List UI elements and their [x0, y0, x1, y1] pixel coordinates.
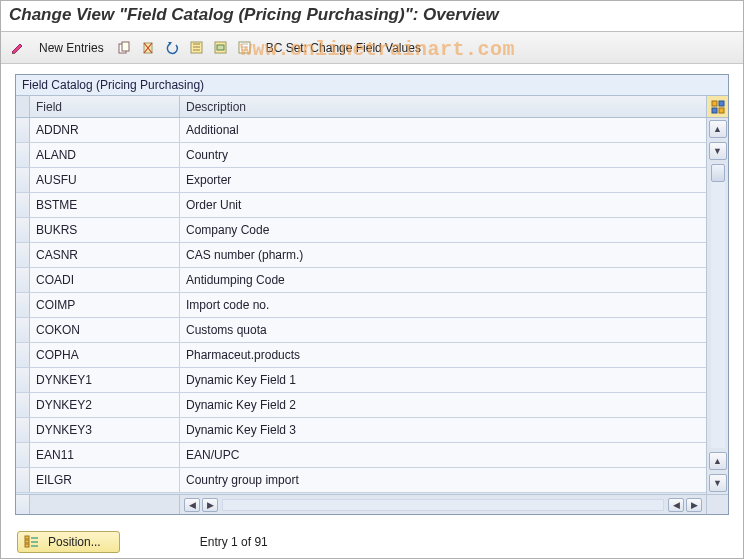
table-rows-area: ADDNRAdditional ALANDCountry AUSFUExport…	[16, 118, 706, 494]
svg-rect-14	[25, 544, 29, 547]
table-row[interactable]: EAN11EAN/UPC	[16, 443, 706, 468]
entry-counter: Entry 1 of 91	[200, 535, 268, 549]
undo-icon[interactable]	[164, 39, 182, 57]
table-row[interactable]: DYNKEY2Dynamic Key Field 2	[16, 393, 706, 418]
cell-description[interactable]: Antidumping Code	[180, 268, 706, 292]
table-configure-button[interactable]	[706, 96, 728, 117]
cell-field[interactable]: ADDNR	[30, 118, 180, 142]
row-selector[interactable]	[16, 218, 30, 242]
column-header-description[interactable]: Description	[180, 96, 706, 117]
row-selector[interactable]	[16, 193, 30, 217]
hscroll-right-button-2[interactable]: ▶	[686, 498, 702, 512]
scroll-thumb[interactable]	[711, 164, 725, 182]
cell-field[interactable]: AUSFU	[30, 168, 180, 192]
cell-field[interactable]: EILGR	[30, 468, 180, 492]
table-row[interactable]: COADIAntidumping Code	[16, 268, 706, 293]
table-row[interactable]: COPHAPharmaceut.products	[16, 343, 706, 368]
svg-rect-2	[122, 42, 129, 51]
cell-field[interactable]: DYNKEY2	[30, 393, 180, 417]
row-selector[interactable]	[16, 268, 30, 292]
cell-field[interactable]: COADI	[30, 268, 180, 292]
hscroll-right-button[interactable]: ▶	[202, 498, 218, 512]
cell-field[interactable]: ALAND	[30, 143, 180, 167]
deselect-all-icon[interactable]	[236, 39, 254, 57]
table-row[interactable]: AUSFUExporter	[16, 168, 706, 193]
cell-field[interactable]: EAN11	[30, 443, 180, 467]
cell-description[interactable]: Dynamic Key Field 3	[180, 418, 706, 442]
column-header-field[interactable]: Field	[30, 96, 180, 117]
cell-field[interactable]: DYNKEY3	[30, 418, 180, 442]
scroll-down-button-2[interactable]: ▼	[709, 474, 727, 492]
scroll-up-button-2[interactable]: ▲	[709, 452, 727, 470]
select-block-icon[interactable]	[212, 39, 230, 57]
table-row[interactable]: CASNRCAS number (pharm.)	[16, 243, 706, 268]
hscroll-left-button[interactable]: ◀	[184, 498, 200, 512]
row-selector[interactable]	[16, 168, 30, 192]
toggle-display-change-icon[interactable]	[9, 39, 27, 57]
copy-as-icon[interactable]	[116, 39, 134, 57]
table-row[interactable]: ALANDCountry	[16, 143, 706, 168]
cell-field[interactable]: DYNKEY1	[30, 368, 180, 392]
cell-description[interactable]: CAS number (pharm.)	[180, 243, 706, 267]
cell-description[interactable]: Exporter	[180, 168, 706, 192]
svg-rect-8	[712, 101, 717, 106]
cell-description[interactable]: Import code no.	[180, 293, 706, 317]
table-row[interactable]: DYNKEY3Dynamic Key Field 3	[16, 418, 706, 443]
cell-field[interactable]: COIMP	[30, 293, 180, 317]
hscroll-left-button-2[interactable]: ◀	[668, 498, 684, 512]
cell-field[interactable]: BSTME	[30, 193, 180, 217]
table-title: Field Catalog (Pricing Purchasing)	[16, 75, 728, 96]
row-selector[interactable]	[16, 343, 30, 367]
new-entries-button[interactable]: New Entries	[33, 39, 110, 57]
scroll-down-button[interactable]: ▼	[709, 142, 727, 160]
scroll-track[interactable]	[711, 164, 725, 448]
svg-rect-6	[217, 45, 224, 50]
table-row[interactable]: ADDNRAdditional	[16, 118, 706, 143]
bc-set-button[interactable]: BC Set: Change Field Values	[260, 39, 427, 57]
cell-description[interactable]: Customs quota	[180, 318, 706, 342]
cell-description[interactable]: Pharmaceut.products	[180, 343, 706, 367]
cell-description[interactable]: Additional	[180, 118, 706, 142]
table-row[interactable]: COIMPImport code no.	[16, 293, 706, 318]
vertical-scrollbar[interactable]: ▲ ▼ ▲ ▼	[706, 118, 728, 494]
horizontal-scrollbar: ◀ ▶ ◀ ▶	[16, 494, 728, 514]
cell-description[interactable]: Company Code	[180, 218, 706, 242]
cell-description[interactable]: Dynamic Key Field 2	[180, 393, 706, 417]
svg-rect-10	[712, 108, 717, 113]
row-selector[interactable]	[16, 143, 30, 167]
table-row[interactable]: COKONCustoms quota	[16, 318, 706, 343]
position-button[interactable]: Position...	[17, 531, 120, 553]
svg-rect-11	[719, 108, 724, 113]
row-selector[interactable]	[16, 293, 30, 317]
row-selector[interactable]	[16, 468, 30, 492]
select-all-icon[interactable]	[188, 39, 206, 57]
cell-description[interactable]: Order Unit	[180, 193, 706, 217]
cell-description[interactable]: Country	[180, 143, 706, 167]
cell-field[interactable]: CASNR	[30, 243, 180, 267]
row-selector[interactable]	[16, 393, 30, 417]
cell-description[interactable]: Country group import	[180, 468, 706, 492]
delete-icon[interactable]	[140, 39, 158, 57]
table-row[interactable]: DYNKEY1Dynamic Key Field 1	[16, 368, 706, 393]
position-icon	[24, 535, 40, 549]
row-selector-header	[16, 96, 30, 117]
position-button-label: Position...	[48, 535, 101, 549]
table-row[interactable]: EILGRCountry group import	[16, 468, 706, 493]
table-header-row: Field Description	[16, 96, 728, 118]
hscroll-track[interactable]	[222, 499, 664, 511]
row-selector[interactable]	[16, 368, 30, 392]
cell-field[interactable]: COKON	[30, 318, 180, 342]
row-selector[interactable]	[16, 443, 30, 467]
row-selector[interactable]	[16, 243, 30, 267]
cell-field[interactable]: BUKRS	[30, 218, 180, 242]
row-selector[interactable]	[16, 418, 30, 442]
table-row[interactable]: BUKRSCompany Code	[16, 218, 706, 243]
row-selector[interactable]	[16, 318, 30, 342]
table-row[interactable]: BSTMEOrder Unit	[16, 193, 706, 218]
cell-field[interactable]: COPHA	[30, 343, 180, 367]
row-selector[interactable]	[16, 118, 30, 142]
cell-description[interactable]: Dynamic Key Field 1	[180, 368, 706, 392]
scroll-up-button[interactable]: ▲	[709, 120, 727, 138]
cell-description[interactable]: EAN/UPC	[180, 443, 706, 467]
svg-rect-0	[12, 53, 15, 54]
